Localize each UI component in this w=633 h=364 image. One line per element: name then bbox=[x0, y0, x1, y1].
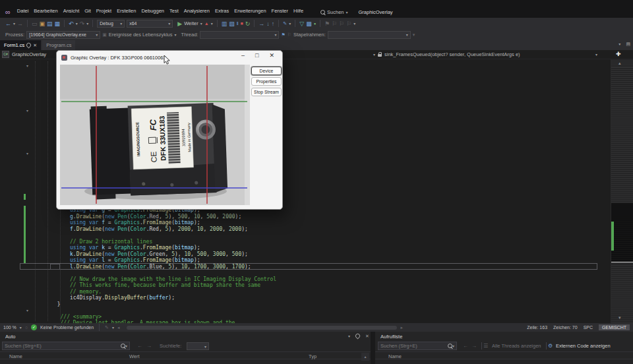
autos-search-input[interactable]: Suchen (Strg+E) ▾ bbox=[2, 342, 130, 350]
menu-test[interactable]: Test bbox=[167, 7, 181, 15]
solution-platform-dropdown[interactable]: x64▾ bbox=[127, 20, 173, 28]
menu-projekt[interactable]: Projekt bbox=[94, 7, 114, 15]
external-code-icon[interactable]: ⚙ bbox=[548, 343, 553, 349]
continue-icon[interactable]: ▶ bbox=[177, 20, 182, 27]
menu-ansicht[interactable]: Ansicht bbox=[61, 7, 82, 15]
member-dropdown-chevron-icon[interactable]: ▾ bbox=[595, 52, 597, 57]
menu-bearbeiten[interactable]: Bearbeiten bbox=[31, 7, 60, 15]
menu-erweiterungen[interactable]: Erweiterungen bbox=[231, 7, 268, 15]
scroll-left-icon[interactable]: ◂ bbox=[117, 324, 120, 331]
continue-chevron-icon[interactable]: ▾ bbox=[200, 21, 202, 26]
split-window-plus-icon[interactable]: ✚ bbox=[616, 51, 621, 57]
solution-configuration-dropdown[interactable]: Debug▾ bbox=[97, 20, 125, 28]
suppress-jit-icon[interactable]: ▾ bbox=[413, 32, 415, 38]
close-icon[interactable]: ✕ bbox=[365, 334, 369, 339]
callstack-title[interactable]: Aufrufliste bbox=[380, 334, 402, 340]
tab-form1cs[interactable]: Form1.cs ✕ bbox=[0, 40, 41, 50]
autos-body[interactable] bbox=[0, 359, 371, 364]
column-name[interactable]: Name bbox=[9, 353, 22, 359]
column-name[interactable]: Name bbox=[388, 353, 402, 359]
hot-reload-icon[interactable]: ▲ bbox=[204, 20, 209, 27]
search-depth-dropdown[interactable]: ▾ bbox=[187, 342, 209, 350]
fold-chevron-icon[interactable]: ▾ bbox=[26, 108, 28, 113]
quick-search[interactable]: Suchen ▾ bbox=[320, 9, 347, 15]
tab-programcs[interactable]: Program.cs bbox=[42, 40, 75, 50]
bookmark-1-icon[interactable]: ⚑ bbox=[324, 20, 330, 27]
menu-analysieren[interactable]: Analysieren bbox=[181, 7, 212, 15]
search-forward-icon[interactable]: → bbox=[471, 343, 477, 349]
thread-dropdown[interactable]: ▾ bbox=[200, 31, 279, 39]
pin-icon[interactable] bbox=[26, 42, 32, 49]
step-over-icon[interactable]: → bbox=[258, 20, 264, 27]
panel-scroll-up-icon[interactable]: ▴ bbox=[361, 353, 369, 361]
search-back-icon[interactable]: ← bbox=[137, 343, 142, 349]
code-cleanup-chevron-icon[interactable]: ▾ bbox=[289, 21, 291, 26]
fold-chevron-icon[interactable]: ▾ bbox=[26, 308, 28, 313]
undo-chevron-icon[interactable]: ▾ bbox=[76, 21, 78, 26]
search-forward-icon[interactable]: → bbox=[146, 343, 152, 349]
tab-list-icon[interactable]: ▤ bbox=[626, 42, 630, 47]
sync-icon[interactable]: ○ bbox=[25, 324, 28, 331]
callstack-body[interactable] bbox=[375, 359, 633, 364]
break-all-icon[interactable]: ‖ bbox=[237, 20, 239, 27]
new-file-icon[interactable]: ▭ bbox=[32, 20, 38, 27]
menu-fenster[interactable]: Fenster bbox=[269, 7, 291, 15]
close-icon[interactable]: ✕ bbox=[33, 43, 37, 48]
undo-icon[interactable]: ↶ bbox=[69, 20, 74, 27]
bookmark-4-icon[interactable]: ⚐ bbox=[346, 20, 351, 27]
scroll-up-icon[interactable]: ▴ bbox=[618, 61, 621, 66]
horizontal-scrollbar[interactable] bbox=[127, 326, 397, 330]
column-value[interactable]: Wert bbox=[129, 353, 140, 359]
autos-title[interactable]: Auto bbox=[5, 334, 15, 340]
type-dropdown-chevron-icon[interactable]: ▾ bbox=[373, 52, 375, 57]
stop-debugging-icon[interactable]: ■ bbox=[241, 20, 243, 27]
problems-status[interactable]: Keine Probleme gefunden bbox=[40, 325, 94, 330]
column-type[interactable]: Typ bbox=[309, 353, 316, 359]
code-fix-chevron-icon[interactable]: ▾ bbox=[112, 325, 114, 330]
lifecycle-label[interactable]: Ereignisse des Lebenszyklus bbox=[109, 32, 173, 38]
close-icon[interactable]: ✕ bbox=[269, 52, 274, 59]
search-chevron-icon[interactable]: ▾ bbox=[125, 344, 127, 348]
health-check-icon[interactable]: ✓ bbox=[31, 324, 37, 330]
bookmark-chevron-icon[interactable]: ▾ bbox=[353, 21, 355, 26]
open-folder-icon[interactable]: ▣ bbox=[40, 20, 45, 27]
search-chevron-icon[interactable]: ▾ bbox=[452, 344, 454, 348]
search-back-icon[interactable]: ← bbox=[463, 343, 468, 349]
minimize-icon[interactable]: – bbox=[241, 52, 245, 59]
callstack-search-input[interactable]: Suchen (Strg+E) ▾ bbox=[378, 342, 457, 350]
code-fix-icon[interactable]: ✎ bbox=[105, 324, 109, 331]
show-all-threads-label[interactable]: Alle Threads anzeigen bbox=[492, 343, 541, 349]
menu-datei[interactable]: Datei bbox=[15, 7, 32, 15]
line-ending-indicator[interactable]: GEMISCHT bbox=[599, 324, 630, 330]
continue-label[interactable]: Weiter bbox=[184, 20, 198, 26]
lifecycle-icon[interactable]: ▣ bbox=[102, 32, 107, 38]
line-indicator[interactable]: Zeile: 163 bbox=[527, 325, 547, 330]
menu-git[interactable]: Git bbox=[82, 7, 94, 15]
breadcrumb-member[interactable]: sink_FramesQueued(object? sender, QueueS… bbox=[384, 51, 520, 57]
minimap[interactable]: ▴ ▾ bbox=[611, 59, 633, 323]
hot-reload-chevron-icon[interactable]: ▾ bbox=[211, 21, 213, 26]
column-indicator[interactable]: Zeichen: 70 bbox=[553, 325, 578, 330]
menu-debuggen[interactable]: Debuggen bbox=[138, 7, 167, 15]
attach-icon[interactable]: ▽ bbox=[299, 20, 304, 27]
overlay-button-stop-stream[interactable]: Stop Stream bbox=[251, 88, 282, 96]
zoom-chevron-icon[interactable]: ▾ bbox=[20, 325, 22, 330]
navigate-back-chevron-icon[interactable]: ▾ bbox=[13, 21, 15, 26]
bookmark-3-icon[interactable]: ⚐ bbox=[339, 20, 344, 27]
scroll-right-icon[interactable]: ▸ bbox=[400, 324, 403, 331]
save-all-icon[interactable]: ▦ bbox=[55, 20, 61, 27]
find-in-files-icon[interactable]: ▩ bbox=[306, 20, 312, 27]
minimap-viewport[interactable] bbox=[611, 203, 633, 262]
redo-chevron-icon[interactable]: ▾ bbox=[86, 21, 88, 26]
lifecycle-chevron-icon[interactable]: ▾ bbox=[175, 32, 177, 37]
process-dropdown[interactable]: [19664] GraphicOverlay.exe▾ bbox=[26, 31, 100, 39]
step-into-icon[interactable]: ↓ bbox=[266, 20, 270, 27]
navigate-back-icon[interactable]: ← bbox=[5, 20, 11, 27]
window-position-chevron-icon[interactable]: ▾ bbox=[348, 334, 350, 339]
scroll-down-icon[interactable]: ▾ bbox=[618, 315, 621, 320]
restart-icon[interactable]: ↻ bbox=[245, 20, 251, 27]
overlay-button-device[interactable]: Device bbox=[251, 67, 282, 75]
windows-icon[interactable]: ▥ bbox=[222, 20, 227, 27]
fold-chevron-icon[interactable]: ▾ bbox=[26, 63, 28, 68]
fold-chevron-icon[interactable]: ▾ bbox=[26, 151, 28, 156]
